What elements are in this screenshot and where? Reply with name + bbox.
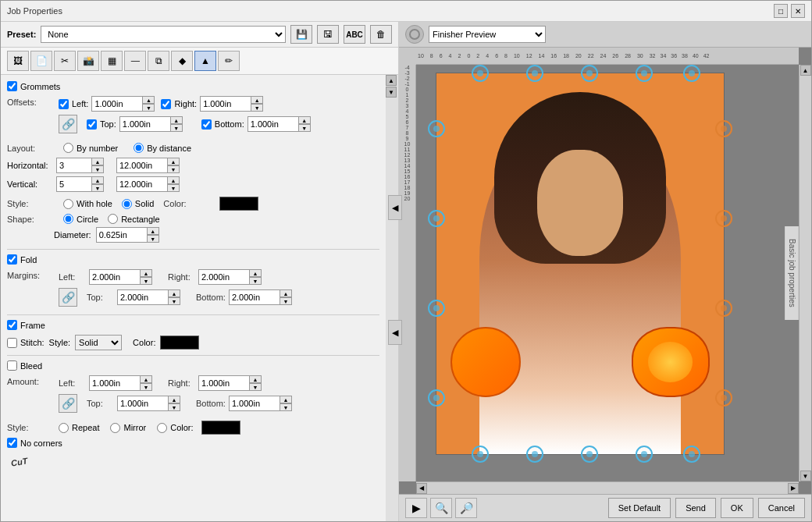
bottom-checkbox[interactable] xyxy=(201,119,212,130)
h-val2-up[interactable]: ▲ xyxy=(167,158,180,165)
mirror-label[interactable]: Mirror xyxy=(110,423,146,433)
v-scroll-down[interactable]: ▼ xyxy=(800,471,811,481)
right-spin-up[interactable]: ▲ xyxy=(251,96,263,104)
stitch-checkbox[interactable] xyxy=(7,338,17,348)
stitch-style-select[interactable]: Solid xyxy=(75,335,122,350)
circle-radio[interactable] xyxy=(63,214,73,224)
ok-button[interactable]: OK xyxy=(721,498,753,518)
horizontal-input-1[interactable] xyxy=(56,158,91,173)
bleed-left-down[interactable]: ▼ xyxy=(140,383,152,391)
send-button[interactable]: Send xyxy=(675,498,716,518)
stitch-color-swatch[interactable] xyxy=(160,336,199,350)
toolbar-btn-3[interactable]: ✂ xyxy=(54,51,76,71)
bottom-checkbox-label[interactable]: Bottom: xyxy=(201,119,244,130)
diameter-up[interactable]: ▲ xyxy=(147,227,159,235)
fold-link-icon[interactable]: 🔗 xyxy=(59,288,77,307)
finisher-select[interactable]: Finisher Preview xyxy=(429,26,546,43)
bleed-checkbox-label[interactable]: Bleed xyxy=(7,360,42,371)
bottom-offset-input[interactable] xyxy=(248,116,298,132)
bleed-bottom-input[interactable] xyxy=(229,396,280,411)
fold-left-up[interactable]: ▲ xyxy=(140,269,152,277)
toolbar-btn-6[interactable]: ⸻ xyxy=(124,51,146,71)
top-checkbox[interactable] xyxy=(87,119,97,130)
bleed-right-up[interactable]: ▲ xyxy=(249,375,262,383)
toolbar-btn-8[interactable]: ◆ xyxy=(171,51,193,71)
h-val1-up[interactable]: ▲ xyxy=(91,158,104,165)
top-spin-down[interactable]: ▼ xyxy=(170,124,183,132)
collapse-arrow-bottom[interactable]: ◀ xyxy=(388,320,402,345)
solid-radio[interactable] xyxy=(122,199,132,209)
v-val2-down[interactable]: ▼ xyxy=(167,184,180,192)
grommets-checkbox[interactable] xyxy=(7,81,17,91)
solid-label[interactable]: Solid xyxy=(122,199,154,209)
frame-checkbox[interactable] xyxy=(7,320,17,330)
top-spin-up[interactable]: ▲ xyxy=(170,116,183,124)
h-val2-down[interactable]: ▼ xyxy=(167,165,180,173)
bleed-link-icon[interactable]: 🔗 xyxy=(59,394,77,413)
fold-top-down[interactable]: ▼ xyxy=(168,297,180,305)
toolbar-btn-9[interactable]: ▲ xyxy=(194,51,216,71)
bleed-checkbox[interactable] xyxy=(7,360,17,371)
fold-left-input[interactable] xyxy=(89,269,140,285)
zoom-out-btn[interactable]: 🔎 xyxy=(455,498,477,518)
bleed-right-input[interactable] xyxy=(198,375,249,391)
h-val1-down[interactable]: ▼ xyxy=(91,165,104,173)
bleed-top-input[interactable] xyxy=(117,396,168,411)
toolbar-btn-2[interactable]: 📄 xyxy=(30,51,52,71)
left-spin-down[interactable]: ▼ xyxy=(142,104,155,112)
fold-left-down[interactable]: ▼ xyxy=(140,277,152,285)
scroll-down-arrow[interactable]: ▼ xyxy=(386,87,397,98)
bleed-top-up[interactable]: ▲ xyxy=(168,396,180,403)
top-checkbox-label[interactable]: Top: xyxy=(87,119,116,130)
fold-checkbox[interactable] xyxy=(7,254,17,265)
right-offset-input[interactable] xyxy=(200,96,251,112)
right-checkbox-label[interactable]: Right: xyxy=(161,99,197,109)
fold-bottom-up[interactable]: ▲ xyxy=(280,289,292,297)
mirror-radio[interactable] xyxy=(110,423,120,433)
collapse-arrow-top[interactable]: ◀ xyxy=(388,195,402,220)
scroll-up-arrow[interactable]: ▲ xyxy=(386,75,397,86)
toolbar-btn-7[interactable]: ⧉ xyxy=(148,51,169,71)
diameter-input[interactable] xyxy=(96,227,147,243)
v-val2-up[interactable]: ▲ xyxy=(167,176,180,184)
right-checkbox[interactable] xyxy=(161,99,171,109)
fold-bottom-input[interactable] xyxy=(229,289,280,305)
bleed-bottom-up[interactable]: ▲ xyxy=(280,396,292,403)
preset-delete-btn[interactable]: 🗑 xyxy=(370,25,392,44)
bleed-color-swatch[interactable] xyxy=(201,421,240,435)
v-val1-up[interactable]: ▲ xyxy=(91,176,104,184)
vertical-input-2[interactable] xyxy=(116,176,167,192)
fold-top-up[interactable]: ▲ xyxy=(168,289,180,297)
rectangle-label[interactable]: Rectangle xyxy=(108,214,160,224)
bleed-left-input[interactable] xyxy=(89,375,140,391)
rectangle-radio[interactable] xyxy=(108,214,118,224)
frame-checkbox-label[interactable]: Frame xyxy=(7,320,45,330)
toolbar-btn-1[interactable]: 🖼 xyxy=(7,51,29,71)
preset-save-btn[interactable]: 🖫 xyxy=(317,25,339,44)
toolbar-btn-4[interactable]: 📸 xyxy=(77,51,99,71)
fold-bottom-down[interactable]: ▼ xyxy=(280,297,292,305)
preset-abc-btn[interactable]: ABC xyxy=(344,25,365,44)
by-distance-label[interactable]: By distance xyxy=(134,143,191,153)
horizontal-input-2[interactable] xyxy=(116,158,167,173)
set-default-button[interactable]: Set Default xyxy=(608,498,671,518)
left-spin-up[interactable]: ▲ xyxy=(142,96,155,104)
preset-load-btn[interactable]: 💾 xyxy=(290,25,312,44)
fold-right-input[interactable] xyxy=(198,269,249,285)
with-hole-radio[interactable] xyxy=(63,199,73,209)
top-offset-input[interactable] xyxy=(119,116,170,132)
with-hole-label[interactable]: With hole xyxy=(63,199,112,209)
left-checkbox[interactable] xyxy=(59,99,69,109)
by-distance-radio[interactable] xyxy=(134,143,144,153)
no-corners-checkbox[interactable] xyxy=(7,438,17,448)
color-radio[interactable] xyxy=(157,423,167,433)
minimize-button[interactable]: □ xyxy=(774,4,788,18)
h-scroll-right[interactable]: ▶ xyxy=(788,483,799,494)
basic-job-props-tab[interactable]: Basic job properties xyxy=(785,226,799,320)
fold-right-down[interactable]: ▼ xyxy=(249,277,262,285)
close-button[interactable]: ✕ xyxy=(791,4,805,18)
by-number-radio[interactable] xyxy=(63,143,73,153)
bottom-spin-up[interactable]: ▲ xyxy=(298,116,311,124)
zoom-in-btn[interactable]: 🔍 xyxy=(430,498,452,518)
bleed-bottom-down[interactable]: ▼ xyxy=(280,403,292,411)
